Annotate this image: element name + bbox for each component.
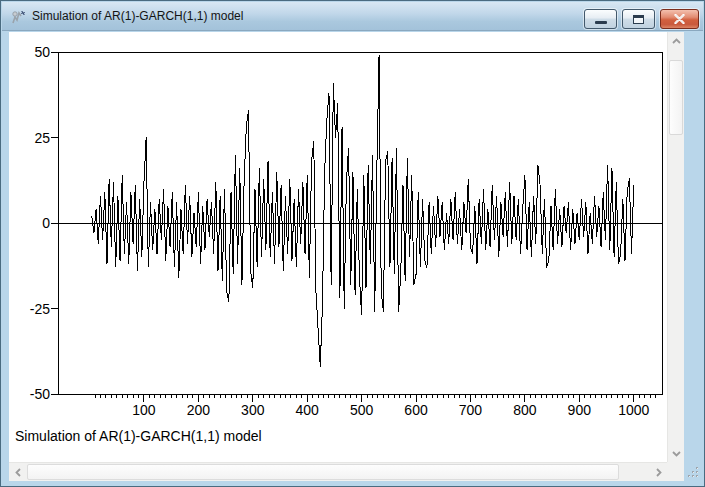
x-tick-label: 300 xyxy=(241,402,265,418)
vertical-scroll-thumb[interactable] xyxy=(669,60,683,135)
scrollbar-corner xyxy=(667,462,684,481)
y-tick-label: 25 xyxy=(34,130,50,146)
chevron-left-icon xyxy=(15,468,21,477)
plot-svg: 50250-25-5010020030040050060070080090010… xyxy=(9,32,667,462)
y-tick-label: 0 xyxy=(42,215,50,231)
y-tick-label: -50 xyxy=(30,386,50,402)
x-tick-label: 900 xyxy=(568,402,592,418)
window-controls xyxy=(584,9,699,29)
close-button[interactable] xyxy=(660,9,699,29)
x-tick-label: 500 xyxy=(350,402,374,418)
titlebar[interactable]: Simulation of AR(1)-GARCH(1,1) model xyxy=(2,2,703,31)
horizontal-scrollbar[interactable] xyxy=(9,462,667,481)
graph-caption: Simulation of AR(1)-GARCH(1,1) model xyxy=(15,428,262,444)
x-tick-label: 800 xyxy=(513,402,537,418)
y-tick-label: 50 xyxy=(34,44,50,60)
chevron-right-icon xyxy=(656,468,662,477)
app-window: Simulation of AR(1)-GARCH(1,1) model 502… xyxy=(0,0,705,487)
x-tick-label: 200 xyxy=(187,402,211,418)
horizontal-scroll-thumb[interactable] xyxy=(27,464,619,480)
minimize-icon xyxy=(595,21,607,24)
resize-grip-icon[interactable] xyxy=(686,465,700,479)
x-tick-label: 600 xyxy=(404,402,428,418)
x-tick-label: 1000 xyxy=(618,402,649,418)
y-tick-label: -25 xyxy=(30,301,50,317)
graph-canvas: 50250-25-5010020030040050060070080090010… xyxy=(9,32,667,462)
x-tick-label: 700 xyxy=(459,402,483,418)
scroll-right-button[interactable] xyxy=(650,463,667,481)
close-icon xyxy=(674,14,685,24)
vertical-scrollbar[interactable] xyxy=(667,32,684,462)
chevron-up-icon xyxy=(672,38,681,44)
restore-icon xyxy=(633,15,644,24)
series-line xyxy=(92,55,634,366)
scroll-left-button[interactable] xyxy=(9,463,26,481)
graph-doodle-icon xyxy=(9,8,27,26)
x-tick-label: 400 xyxy=(296,402,320,418)
chevron-down-icon xyxy=(672,451,681,457)
scroll-up-button[interactable] xyxy=(668,32,685,49)
minimize-button[interactable] xyxy=(584,9,617,29)
x-tick-label: 100 xyxy=(132,402,156,418)
restore-button[interactable] xyxy=(622,9,655,29)
window-title: Simulation of AR(1)-GARCH(1,1) model xyxy=(32,2,243,31)
scroll-down-button[interactable] xyxy=(668,445,685,462)
